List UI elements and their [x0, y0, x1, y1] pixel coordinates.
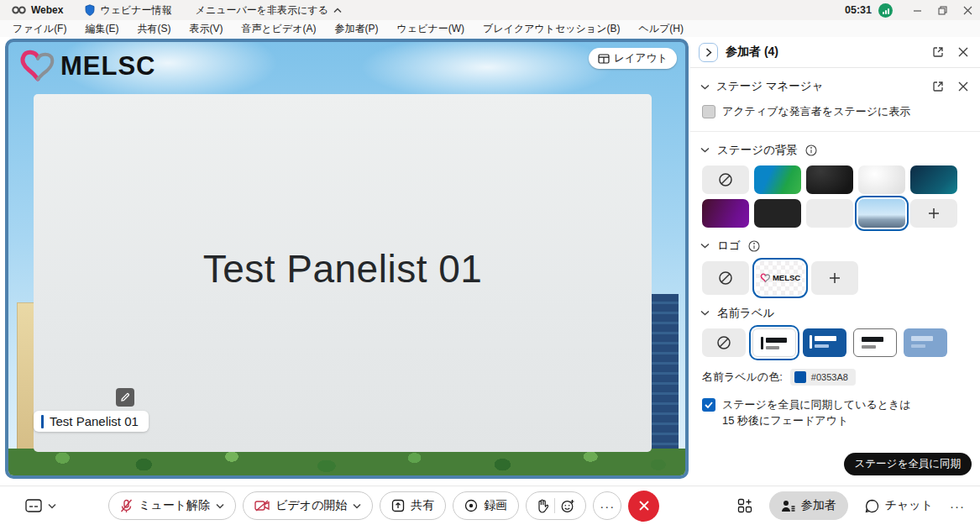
checkbox-checked[interactable] — [702, 398, 715, 412]
menu-file[interactable]: ファイル(F) — [3, 22, 76, 36]
menu-audio-video[interactable]: 音声とビデオ(A) — [232, 22, 325, 36]
background-swatch-cityscape[interactable] — [858, 199, 905, 228]
name-label-none-swatch[interactable] — [702, 328, 746, 357]
edit-name-label-button[interactable] — [116, 388, 134, 407]
hide-menubar-button[interactable]: メニューバーを非表示にする — [196, 3, 342, 18]
webinar-info-button[interactable]: ウェビナー情報 — [85, 3, 171, 18]
unmute-label: ミュート解除 — [139, 498, 210, 513]
name-label-style-4[interactable] — [904, 328, 947, 357]
logo-section-title: ロゴ — [717, 239, 741, 254]
chevron-down-icon — [216, 503, 224, 509]
apps-grid-icon — [737, 498, 752, 513]
menu-help[interactable]: ヘルプ(H) — [629, 22, 693, 36]
menu-webinar[interactable]: ウェビナー(W) — [388, 22, 474, 36]
menu-participants[interactable]: 参加者(P) — [326, 22, 388, 36]
captions-button[interactable] — [25, 499, 56, 513]
shield-icon — [85, 4, 95, 16]
menu-edit[interactable]: 編集(E) — [76, 22, 128, 36]
name-label-style-1[interactable] — [752, 328, 796, 357]
background-swatch-dark-smoke[interactable] — [806, 165, 853, 194]
name-label-section-header[interactable]: 名前ラベル — [690, 295, 980, 321]
more-options-button[interactable]: ··· — [593, 491, 621, 520]
participants-panel: 参加者 (4) ステージ マネージャ アクティブな発言者をステージに表示 ステー… — [690, 37, 980, 486]
add-logo-button[interactable] — [811, 261, 858, 295]
logo-melsc-swatch[interactable]: MELSC — [756, 261, 804, 295]
participant-display-name: Test Panelist 01 — [203, 246, 483, 291]
minimize-button[interactable] — [904, 0, 930, 20]
chevron-down-icon — [48, 503, 56, 509]
plus-icon — [829, 272, 841, 284]
sync-stage-button[interactable]: ステージを全員に同期 — [844, 453, 972, 475]
chevron-right-icon — [705, 48, 712, 57]
info-icon — [805, 144, 817, 156]
panel-collapse-button[interactable] — [699, 43, 718, 62]
menu-share[interactable]: 共有(S) — [128, 22, 180, 36]
checkbox-unchecked[interactable] — [702, 105, 715, 118]
logo-section-header[interactable]: ロゴ — [690, 228, 980, 254]
restore-button[interactable] — [930, 0, 955, 20]
none-icon — [718, 172, 733, 187]
background-swatch-light[interactable] — [858, 165, 905, 194]
popout-stage-manager-icon[interactable] — [932, 81, 944, 92]
menu-view[interactable]: 表示(V) — [180, 22, 232, 36]
app-title: Webex — [31, 4, 63, 16]
record-icon — [464, 499, 478, 512]
panel-header: 参加者 (4) — [690, 37, 980, 68]
mic-muted-icon — [120, 499, 133, 513]
start-video-button[interactable]: ビデオの開始 — [243, 491, 373, 520]
close-panel-icon[interactable] — [958, 47, 968, 57]
record-label: 録画 — [484, 498, 507, 513]
name-label-accent-bar — [41, 415, 44, 428]
popout-panel-icon[interactable] — [932, 46, 944, 58]
name-label-color-chip[interactable]: #0353A8 — [790, 369, 856, 386]
add-background-button[interactable] — [910, 199, 957, 228]
toolbar-more-icon[interactable]: ··· — [950, 499, 965, 513]
background-none-swatch[interactable] — [702, 165, 749, 194]
share-button[interactable]: 共有 — [380, 491, 446, 520]
apps-button[interactable] — [737, 498, 752, 513]
name-label-style-row — [690, 321, 980, 357]
raise-hand-icon — [537, 499, 548, 513]
unmute-button[interactable]: ミュート解除 — [108, 491, 236, 520]
logo-swatch-text: MELSC — [773, 273, 800, 282]
webex-infinity-icon — [12, 5, 26, 15]
stage-video-area: Test Panelist 01 MELSC レイアウト Test Paneli… — [5, 39, 689, 479]
info-icon — [748, 240, 760, 252]
melsc-heart-icon — [760, 273, 771, 283]
background-swatch-charcoal[interactable] — [754, 199, 801, 228]
background-swatch-teal[interactable] — [910, 165, 957, 194]
chevron-up-icon — [333, 8, 342, 13]
participants-panel-button[interactable]: 参加者 — [769, 491, 848, 520]
active-speaker-checkbox-row[interactable]: アクティブな発言者をステージに表示 — [690, 94, 980, 120]
plus-icon — [928, 207, 940, 219]
layout-button[interactable]: レイアウト — [589, 48, 677, 69]
record-button[interactable]: 録画 — [453, 491, 519, 520]
chevron-down-icon — [700, 243, 710, 249]
layout-button-label: レイアウト — [614, 51, 668, 66]
divider — [554, 498, 555, 513]
participants-icon — [781, 500, 795, 512]
start-video-label: ビデオの開始 — [275, 498, 347, 513]
menu-breakout[interactable]: ブレイクアウトセッション(B) — [474, 22, 629, 36]
stage-manager-header[interactable]: ステージ マネージャ — [690, 68, 980, 94]
hide-menubar-label: メニューバーを非表示にする — [196, 3, 328, 18]
chat-panel-button[interactable]: チャット — [865, 498, 933, 513]
sync-fadeout-line2: 15 秒後にフェードアウト — [722, 414, 848, 427]
name-label-style-3[interactable] — [853, 328, 897, 357]
close-stage-manager-icon[interactable] — [958, 81, 968, 92]
stage-background-section-header[interactable]: ステージの背景 — [690, 132, 980, 158]
background-swatch-gray[interactable] — [806, 199, 853, 228]
name-label-style-2[interactable] — [803, 328, 846, 357]
network-quality-icon[interactable] — [878, 3, 893, 18]
sync-fadeout-checkbox-row[interactable]: ステージを全員に同期しているときは 15 秒後にフェードアウト — [690, 386, 980, 429]
logo-none-swatch[interactable] — [702, 261, 749, 295]
reactions-button[interactable] — [526, 491, 586, 520]
camera-off-icon — [254, 500, 270, 512]
background-swatch-grid — [690, 158, 980, 228]
close-window-button[interactable] — [955, 0, 980, 20]
panel-title: 参加者 (4) — [726, 45, 778, 60]
background-swatch-green-blue[interactable] — [754, 165, 801, 194]
background-swatch-purple[interactable] — [702, 199, 749, 228]
chat-label: チャット — [885, 498, 933, 513]
leave-meeting-button[interactable] — [628, 491, 659, 522]
